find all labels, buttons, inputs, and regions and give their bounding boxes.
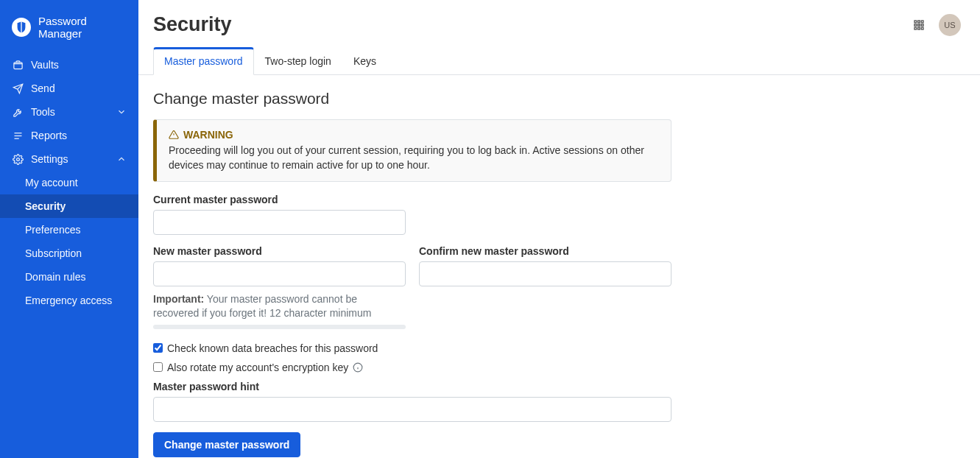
tab-two-step-login[interactable]: Two-step login xyxy=(254,47,342,75)
sidebar-item-tools[interactable]: Tools xyxy=(0,100,138,124)
svg-rect-7 xyxy=(918,21,920,23)
svg-rect-8 xyxy=(921,21,923,23)
warning-title: WARNING xyxy=(183,129,233,141)
avatar[interactable]: US xyxy=(939,14,961,36)
sidebar-item-reports[interactable]: Reports xyxy=(0,124,138,147)
password-strength-meter xyxy=(153,325,406,329)
svg-rect-6 xyxy=(914,21,917,23)
vault-icon xyxy=(12,59,24,71)
current-password-label: Current master password xyxy=(153,194,831,205)
apps-grid-icon[interactable] xyxy=(912,18,926,32)
sidebar-item-label: Security xyxy=(25,200,66,212)
info-circle-icon[interactable] xyxy=(353,362,363,373)
warning-body: Proceeding will log you out of your curr… xyxy=(169,144,659,172)
new-password-input[interactable] xyxy=(153,261,406,286)
sidebar-item-preferences[interactable]: Preferences xyxy=(0,218,138,242)
sidebar: Password Manager Vaults Send Tools xyxy=(0,0,138,458)
section-title: Change master password xyxy=(153,90,831,108)
settings-submenu: My account Security Preferences Subscrip… xyxy=(0,171,138,312)
sidebar-item-label: My account xyxy=(25,177,78,189)
svg-rect-12 xyxy=(914,27,917,29)
sidebar-item-subscription[interactable]: Subscription xyxy=(0,242,138,265)
svg-rect-10 xyxy=(918,24,920,26)
page-title: Security xyxy=(153,13,232,36)
rotate-key-label[interactable]: Also rotate my account's encryption key xyxy=(167,362,348,373)
svg-rect-9 xyxy=(914,24,917,26)
svg-rect-13 xyxy=(918,27,920,29)
check-breach-row: Check known data breaches for this passw… xyxy=(153,342,831,354)
topbar: Security US xyxy=(138,0,980,36)
rotate-key-row: Also rotate my account's encryption key xyxy=(153,362,831,373)
change-password-button[interactable]: Change master password xyxy=(153,432,300,457)
sidebar-item-label: Send xyxy=(31,82,55,94)
master-hint-input[interactable] xyxy=(153,397,671,422)
sidebar-item-domain-rules[interactable]: Domain rules xyxy=(0,265,138,289)
gear-icon xyxy=(12,153,24,165)
check-breach-label[interactable]: Check known data breaches for this passw… xyxy=(167,342,378,354)
sidebar-item-label: Subscription xyxy=(25,247,82,259)
svg-rect-11 xyxy=(921,24,923,26)
sidebar-item-security[interactable]: Security xyxy=(0,194,138,218)
tab-keys[interactable]: Keys xyxy=(342,47,387,75)
sidebar-item-label: Preferences xyxy=(25,224,80,236)
reports-icon xyxy=(12,130,24,141)
password-hint-text: Important: Your master password cannot b… xyxy=(153,292,406,320)
sidebar-item-label: Domain rules xyxy=(25,271,85,283)
chevron-down-icon xyxy=(116,107,127,117)
new-password-label: New master password xyxy=(153,245,406,257)
wrench-icon xyxy=(12,106,24,118)
confirm-password-input[interactable] xyxy=(419,261,671,286)
sidebar-item-my-account[interactable]: My account xyxy=(0,171,138,194)
sidebar-item-label: Tools xyxy=(31,106,55,118)
tab-label: Two-step login xyxy=(265,55,331,67)
svg-point-5 xyxy=(16,158,19,161)
tab-master-password[interactable]: Master password xyxy=(153,47,254,75)
check-breach-checkbox[interactable] xyxy=(153,343,163,353)
sidebar-item-send[interactable]: Send xyxy=(0,77,138,100)
sidebar-item-label: Emergency access xyxy=(25,295,112,306)
warning-triangle-icon xyxy=(169,130,179,140)
confirm-password-label: Confirm new master password xyxy=(419,245,671,257)
sidebar-item-vaults[interactable]: Vaults xyxy=(0,53,138,77)
sidebar-item-label: Reports xyxy=(31,130,67,141)
tabs: Master password Two-step login Keys xyxy=(138,46,980,75)
master-hint-label: Master password hint xyxy=(153,381,831,392)
sidebar-item-label: Vaults xyxy=(31,59,59,71)
chevron-up-icon xyxy=(116,154,127,164)
svg-rect-14 xyxy=(921,27,923,29)
tab-label: Master password xyxy=(164,55,243,67)
warning-callout: WARNING Proceeding will log you out of y… xyxy=(153,119,671,182)
tab-label: Keys xyxy=(353,55,376,67)
current-password-input[interactable] xyxy=(153,210,406,235)
content: Change master password WARNING Proceedin… xyxy=(138,75,845,458)
shield-logo-icon xyxy=(12,18,31,37)
sidebar-item-emergency-access[interactable]: Emergency access xyxy=(0,289,138,312)
send-icon xyxy=(12,82,24,94)
sidebar-item-settings[interactable]: Settings xyxy=(0,147,138,171)
sidebar-item-label: Settings xyxy=(31,153,68,165)
brand[interactable]: Password Manager xyxy=(0,0,138,53)
brand-name: Password Manager xyxy=(38,15,127,40)
rotate-key-checkbox[interactable] xyxy=(153,362,163,372)
main: Security US Master password Two-step log… xyxy=(138,0,980,458)
nav: Vaults Send Tools Reports xyxy=(0,53,138,171)
important-bold: Important: xyxy=(153,293,204,305)
button-label: Change master password xyxy=(164,439,289,451)
